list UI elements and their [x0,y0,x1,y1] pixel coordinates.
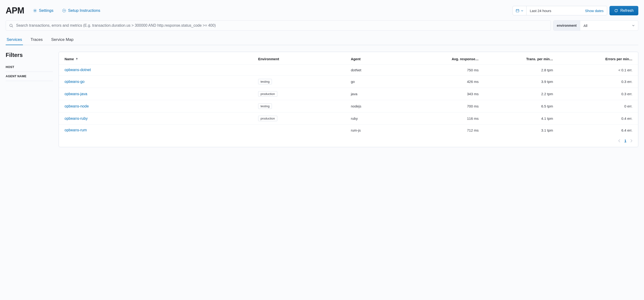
errors-cell: 6.4 err. [555,125,638,136]
environment-badge: production [258,91,277,97]
table-row: opbeans-dotnetdotNet750 ms2.8 tpm< 0.1 e… [59,64,638,76]
avg-response-cell: 750 ms [406,64,481,76]
chevron-down-icon [632,24,635,27]
filter-agent-name[interactable]: AGENT NAME [6,72,53,81]
gear-icon [33,8,37,13]
avg-response-cell: 116 ms [406,112,481,125]
filters-title: Filters [6,52,53,58]
table-row: opbeans-rubyproductionruby116 ms4.1 tpm0… [59,112,638,125]
errors-cell: < 0.1 err. [555,64,638,76]
column-header-agent[interactable]: Agent [348,54,406,64]
avg-response-cell: 712 ms [406,125,481,136]
environment-filter: environment All [553,20,638,31]
services-panel: Name Environment Agent Avg. response… Tr… [59,52,638,147]
pagination: 1 [59,136,638,143]
chevron-down-icon [521,9,524,12]
tab-services[interactable]: Services [6,35,23,45]
svg-point-0 [34,10,36,11]
column-header-avg-response[interactable]: Avg. response… [406,54,481,64]
column-header-name[interactable]: Name [64,57,78,61]
tpm-cell: 2.2 tpm [481,88,555,100]
service-link[interactable]: opbeans-dotnet [64,68,91,72]
table-row: opbeans-nodetestingnodejs700 ms6.5 tpm0 … [59,100,638,112]
refresh-label: Refresh [620,8,634,13]
errors-cell: 0.3 err. [555,88,638,100]
service-link[interactable]: opbeans-node [64,104,89,108]
tabs: Services Traces Service Map [6,35,638,45]
column-header-tpm[interactable]: Trans. per min… [481,54,555,64]
refresh-button[interactable]: Refresh [610,6,638,15]
agent-cell: go [348,76,406,88]
environment-select[interactable]: All [580,20,638,30]
date-picker-button[interactable] [513,6,526,15]
pagination-next[interactable] [630,139,632,142]
errors-cell: 0 err. [555,100,638,112]
table-row: opbeans-rumrum-js712 ms3.1 tpm6.4 err. [59,125,638,136]
setup-label: Setup Instructions [68,8,100,13]
svg-rect-3 [516,9,519,12]
search-box[interactable] [6,20,551,31]
settings-label: Settings [39,8,54,13]
tpm-cell: 6.5 tpm [481,100,555,112]
table-row: opbeans-javaproductionjava343 ms2.2 tpm0… [59,88,638,100]
settings-link[interactable]: Settings [33,8,54,13]
errors-cell: 0.3 err. [555,76,638,88]
date-range-display[interactable]: Last 24 hours Show dates [526,6,607,15]
environment-badge: production [258,116,277,121]
environment-badge: testing [258,79,272,84]
setup-icon [62,8,66,13]
agent-cell: nodejs [348,100,406,112]
search-input[interactable] [16,23,547,28]
column-header-errors[interactable]: Errors per min… [555,54,638,64]
service-link[interactable]: opbeans-java [64,92,87,96]
services-table: Name Environment Agent Avg. response… Tr… [59,54,638,136]
environment-label: environment [554,20,580,30]
column-header-environment[interactable]: Environment [256,54,348,64]
svg-point-4 [10,24,12,27]
errors-cell: 0.4 err. [555,112,638,125]
tab-traces[interactable]: Traces [30,35,44,45]
agent-cell: java [348,88,406,100]
tpm-cell: 4.1 tpm [481,112,555,125]
tpm-cell: 2.8 tpm [481,64,555,76]
avg-response-cell: 343 ms [406,88,481,100]
sort-asc-icon [76,58,78,60]
filter-host[interactable]: HOST [6,63,53,72]
refresh-icon [614,9,618,12]
filters-sidebar: Filters HOST AGENT NAME [6,52,53,147]
date-range-text: Last 24 hours [530,9,551,13]
search-icon [9,24,13,28]
agent-cell: dotNet [348,64,406,76]
service-link[interactable]: opbeans-go [64,80,85,84]
table-row: opbeans-gotestinggo426 ms3.9 tpm0.3 err. [59,76,638,88]
setup-instructions-link[interactable]: Setup Instructions [62,8,100,13]
agent-cell: rum-js [348,125,406,136]
tpm-cell: 3.1 tpm [481,125,555,136]
page-title: APM [6,6,24,15]
tab-service-map[interactable]: Service Map [50,35,74,45]
service-link[interactable]: opbeans-ruby [64,116,88,120]
environment-badge: testing [258,103,272,109]
tpm-cell: 3.9 tpm [481,76,555,88]
pagination-prev[interactable] [618,139,620,142]
calendar-icon [516,9,520,12]
avg-response-cell: 426 ms [406,76,481,88]
service-link[interactable]: opbeans-rum [64,128,87,132]
page-header: APM Settings Setup Instructions [6,4,638,20]
avg-response-cell: 700 ms [406,100,481,112]
date-range-group: Last 24 hours Show dates [512,6,607,15]
show-dates-link[interactable]: Show dates [585,9,604,13]
svg-point-2 [64,10,64,11]
pagination-page-1[interactable]: 1 [624,139,626,143]
environment-value: All [584,24,588,28]
agent-cell: ruby [348,112,406,125]
